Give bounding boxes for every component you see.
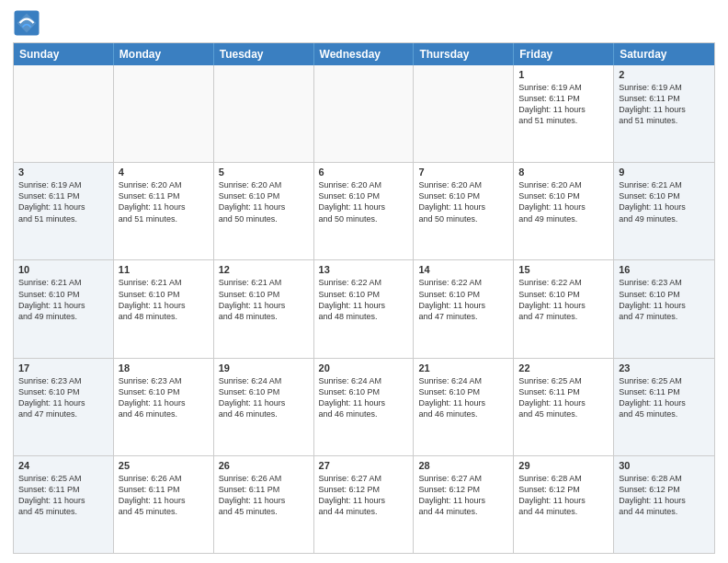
day-info: Sunrise: 6:21 AM Sunset: 6:10 PM Dayligh… bbox=[18, 277, 108, 322]
calendar-header: SundayMondayTuesdayWednesdayThursdayFrid… bbox=[14, 43, 714, 65]
day-info: Sunrise: 6:20 AM Sunset: 6:10 PM Dayligh… bbox=[518, 179, 609, 224]
day-number: 23 bbox=[619, 362, 710, 373]
header-day-wednesday: Wednesday bbox=[314, 43, 415, 65]
day-cell-8: 8Sunrise: 6:20 AM Sunset: 6:10 PM Daylig… bbox=[514, 163, 614, 259]
day-number: 30 bbox=[619, 460, 710, 471]
day-cell-27: 27Sunrise: 6:27 AM Sunset: 6:12 PM Dayli… bbox=[314, 456, 415, 553]
day-number: 20 bbox=[319, 362, 409, 373]
day-cell-10: 10Sunrise: 6:21 AM Sunset: 6:10 PM Dayli… bbox=[14, 260, 114, 357]
day-cell-19: 19Sunrise: 6:24 AM Sunset: 6:10 PM Dayli… bbox=[214, 359, 314, 455]
day-info: Sunrise: 6:21 AM Sunset: 6:10 PM Dayligh… bbox=[219, 277, 309, 322]
calendar-row-4: 24Sunrise: 6:25 AM Sunset: 6:11 PM Dayli… bbox=[14, 455, 714, 553]
day-cell-14: 14Sunrise: 6:22 AM Sunset: 6:10 PM Dayli… bbox=[414, 260, 514, 357]
calendar: SundayMondayTuesdayWednesdayThursdayFrid… bbox=[13, 42, 715, 554]
day-cell-23: 23Sunrise: 6:25 AM Sunset: 6:11 PM Dayli… bbox=[614, 359, 714, 455]
day-number: 16 bbox=[619, 264, 710, 275]
day-info: Sunrise: 6:20 AM Sunset: 6:10 PM Dayligh… bbox=[418, 179, 508, 224]
day-number: 6 bbox=[319, 167, 409, 178]
day-info: Sunrise: 6:23 AM Sunset: 6:10 PM Dayligh… bbox=[619, 277, 710, 322]
day-cell-7: 7Sunrise: 6:20 AM Sunset: 6:10 PM Daylig… bbox=[414, 163, 514, 259]
logo bbox=[13, 9, 44, 37]
empty-cell bbox=[14, 65, 114, 162]
day-number: 1 bbox=[518, 69, 609, 80]
day-number: 17 bbox=[18, 362, 108, 373]
day-info: Sunrise: 6:24 AM Sunset: 6:10 PM Dayligh… bbox=[319, 375, 409, 420]
day-number: 12 bbox=[219, 264, 309, 275]
calendar-row-1: 3Sunrise: 6:19 AM Sunset: 6:11 PM Daylig… bbox=[14, 162, 714, 259]
day-cell-20: 20Sunrise: 6:24 AM Sunset: 6:10 PM Dayli… bbox=[314, 359, 415, 455]
day-info: Sunrise: 6:24 AM Sunset: 6:10 PM Dayligh… bbox=[418, 375, 508, 420]
day-cell-13: 13Sunrise: 6:22 AM Sunset: 6:10 PM Dayli… bbox=[314, 260, 415, 357]
day-number: 25 bbox=[119, 460, 209, 471]
empty-cell bbox=[214, 65, 314, 162]
day-cell-24: 24Sunrise: 6:25 AM Sunset: 6:11 PM Dayli… bbox=[14, 456, 114, 553]
day-cell-11: 11Sunrise: 6:21 AM Sunset: 6:10 PM Dayli… bbox=[114, 260, 214, 357]
day-cell-30: 30Sunrise: 6:28 AM Sunset: 6:12 PM Dayli… bbox=[614, 456, 714, 553]
day-info: Sunrise: 6:25 AM Sunset: 6:11 PM Dayligh… bbox=[18, 473, 108, 518]
day-info: Sunrise: 6:21 AM Sunset: 6:10 PM Dayligh… bbox=[619, 179, 710, 224]
day-info: Sunrise: 6:22 AM Sunset: 6:10 PM Dayligh… bbox=[418, 277, 508, 322]
day-cell-29: 29Sunrise: 6:28 AM Sunset: 6:12 PM Dayli… bbox=[514, 456, 614, 553]
day-info: Sunrise: 6:25 AM Sunset: 6:11 PM Dayligh… bbox=[518, 375, 609, 420]
header-day-tuesday: Tuesday bbox=[214, 43, 314, 65]
day-number: 26 bbox=[219, 460, 309, 471]
day-info: Sunrise: 6:20 AM Sunset: 6:10 PM Dayligh… bbox=[219, 179, 309, 224]
day-info: Sunrise: 6:28 AM Sunset: 6:12 PM Dayligh… bbox=[518, 473, 609, 518]
day-cell-3: 3Sunrise: 6:19 AM Sunset: 6:11 PM Daylig… bbox=[14, 163, 114, 259]
day-info: Sunrise: 6:24 AM Sunset: 6:10 PM Dayligh… bbox=[219, 375, 309, 420]
day-number: 24 bbox=[18, 460, 108, 471]
page: SundayMondayTuesdayWednesdayThursdayFrid… bbox=[0, 0, 728, 563]
header-day-thursday: Thursday bbox=[414, 43, 514, 65]
day-number: 19 bbox=[219, 362, 309, 373]
day-info: Sunrise: 6:26 AM Sunset: 6:11 PM Dayligh… bbox=[119, 473, 209, 518]
day-number: 8 bbox=[518, 167, 609, 178]
day-cell-5: 5Sunrise: 6:20 AM Sunset: 6:10 PM Daylig… bbox=[214, 163, 314, 259]
empty-cell bbox=[414, 65, 514, 162]
header bbox=[13, 9, 715, 37]
day-cell-9: 9Sunrise: 6:21 AM Sunset: 6:10 PM Daylig… bbox=[614, 163, 714, 259]
day-info: Sunrise: 6:19 AM Sunset: 6:11 PM Dayligh… bbox=[619, 82, 710, 127]
calendar-row-0: 1Sunrise: 6:19 AM Sunset: 6:11 PM Daylig… bbox=[14, 65, 714, 162]
day-cell-1: 1Sunrise: 6:19 AM Sunset: 6:11 PM Daylig… bbox=[514, 65, 614, 162]
day-number: 10 bbox=[18, 264, 108, 275]
day-number: 2 bbox=[619, 69, 710, 80]
day-cell-12: 12Sunrise: 6:21 AM Sunset: 6:10 PM Dayli… bbox=[214, 260, 314, 357]
day-info: Sunrise: 6:19 AM Sunset: 6:11 PM Dayligh… bbox=[18, 179, 108, 224]
day-number: 9 bbox=[619, 167, 710, 178]
calendar-row-2: 10Sunrise: 6:21 AM Sunset: 6:10 PM Dayli… bbox=[14, 259, 714, 357]
calendar-body: 1Sunrise: 6:19 AM Sunset: 6:11 PM Daylig… bbox=[14, 65, 714, 553]
day-cell-16: 16Sunrise: 6:23 AM Sunset: 6:10 PM Dayli… bbox=[614, 260, 714, 357]
day-number: 4 bbox=[119, 167, 209, 178]
header-day-saturday: Saturday bbox=[614, 43, 714, 65]
day-number: 27 bbox=[319, 460, 409, 471]
day-number: 11 bbox=[119, 264, 209, 275]
header-day-monday: Monday bbox=[114, 43, 214, 65]
day-number: 3 bbox=[18, 167, 108, 178]
day-cell-22: 22Sunrise: 6:25 AM Sunset: 6:11 PM Dayli… bbox=[514, 359, 614, 455]
day-info: Sunrise: 6:27 AM Sunset: 6:12 PM Dayligh… bbox=[319, 473, 409, 518]
day-number: 18 bbox=[119, 362, 209, 373]
empty-cell bbox=[314, 65, 415, 162]
day-number: 28 bbox=[418, 460, 508, 471]
day-cell-2: 2Sunrise: 6:19 AM Sunset: 6:11 PM Daylig… bbox=[614, 65, 714, 162]
day-info: Sunrise: 6:20 AM Sunset: 6:11 PM Dayligh… bbox=[119, 179, 209, 224]
day-info: Sunrise: 6:25 AM Sunset: 6:11 PM Dayligh… bbox=[619, 375, 710, 420]
day-cell-26: 26Sunrise: 6:26 AM Sunset: 6:11 PM Dayli… bbox=[214, 456, 314, 553]
day-cell-21: 21Sunrise: 6:24 AM Sunset: 6:10 PM Dayli… bbox=[414, 359, 514, 455]
calendar-row-3: 17Sunrise: 6:23 AM Sunset: 6:10 PM Dayli… bbox=[14, 358, 714, 455]
empty-cell bbox=[114, 65, 214, 162]
day-info: Sunrise: 6:22 AM Sunset: 6:10 PM Dayligh… bbox=[518, 277, 609, 322]
day-number: 14 bbox=[418, 264, 508, 275]
day-info: Sunrise: 6:21 AM Sunset: 6:10 PM Dayligh… bbox=[119, 277, 209, 322]
header-day-sunday: Sunday bbox=[14, 43, 114, 65]
day-cell-15: 15Sunrise: 6:22 AM Sunset: 6:10 PM Dayli… bbox=[514, 260, 614, 357]
day-number: 5 bbox=[219, 167, 309, 178]
day-info: Sunrise: 6:26 AM Sunset: 6:11 PM Dayligh… bbox=[219, 473, 309, 518]
day-cell-4: 4Sunrise: 6:20 AM Sunset: 6:11 PM Daylig… bbox=[114, 163, 214, 259]
day-cell-18: 18Sunrise: 6:23 AM Sunset: 6:10 PM Dayli… bbox=[114, 359, 214, 455]
day-info: Sunrise: 6:20 AM Sunset: 6:10 PM Dayligh… bbox=[319, 179, 409, 224]
day-cell-28: 28Sunrise: 6:27 AM Sunset: 6:12 PM Dayli… bbox=[414, 456, 514, 553]
day-info: Sunrise: 6:22 AM Sunset: 6:10 PM Dayligh… bbox=[319, 277, 409, 322]
day-cell-6: 6Sunrise: 6:20 AM Sunset: 6:10 PM Daylig… bbox=[314, 163, 415, 259]
day-cell-25: 25Sunrise: 6:26 AM Sunset: 6:11 PM Dayli… bbox=[114, 456, 214, 553]
